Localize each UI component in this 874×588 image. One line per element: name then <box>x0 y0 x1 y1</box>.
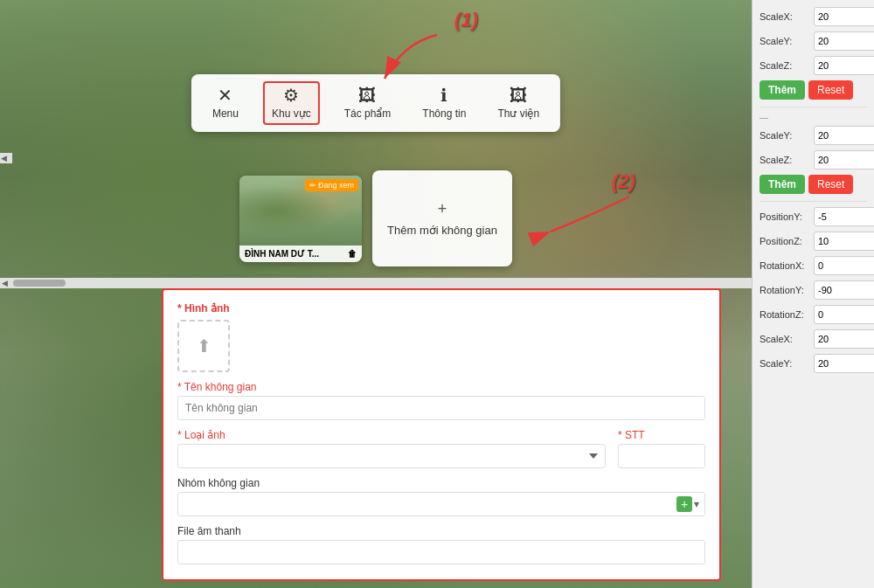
reset-button-1[interactable]: Reset <box>808 80 853 100</box>
scalez-label-2: ScaleZ: <box>760 155 810 165</box>
menu-close-label: Menu <box>212 107 239 120</box>
upload-icon: ⬆ <box>197 336 212 356</box>
scalex-row-3: ScaleX: <box>760 329 867 349</box>
btn-row-1: Thêm Reset <box>760 80 867 100</box>
scrollbar-thumb-2[interactable] <box>13 280 66 287</box>
them-button-1[interactable]: Thêm <box>760 80 805 100</box>
positionz-label: PositionZ: <box>760 236 810 246</box>
space-card-dinh-nam[interactable]: ✏ Đang xem ĐÌNH NAM DƯ T... 🗑 <box>239 176 362 262</box>
menu-khuvuc-button[interactable]: ⚙ Khu vực <box>263 81 320 125</box>
scalex-input-1[interactable] <box>814 7 874 26</box>
file-am-thanh-input[interactable] <box>177 540 705 564</box>
menu-thuvien-button[interactable]: 🖼 Thư viện <box>490 83 546 123</box>
khuvuc-icon: ⚙ <box>283 86 299 104</box>
scaley-row-2: ScaleY: <box>760 126 867 145</box>
thuvien-icon: 🖼 <box>510 86 527 104</box>
form-panel: * Hình ảnh ⬆ * Tên không gian * Loại ảnh… <box>162 288 721 581</box>
nhom-chevron-button[interactable]: ▾ <box>694 498 699 510</box>
rotationz-row: RotationZ: <box>760 305 867 324</box>
scaley-row-3: ScaleY: <box>760 354 867 373</box>
space-card-title-row: ĐÌNH NAM DƯ T... 🗑 <box>239 246 362 262</box>
hscrollbar-2[interactable]: ◀ <box>0 278 752 288</box>
stt-label: * STT <box>618 429 705 441</box>
annotation-1: (1) <box>454 9 478 31</box>
positiony-label: PositionY: <box>760 211 810 222</box>
menu-close-button[interactable]: ✕ Menu <box>205 83 246 123</box>
space-cards-container: ✏ Đang xem ĐÌNH NAM DƯ T... 🗑 + Thêm mới… <box>239 170 512 266</box>
background-area: (1) ◀ ✕ Menu ⚙ Khu vực 🖼 Tác phẩm ℹ Thôn… <box>0 0 752 588</box>
rotationz-label: RotationZ: <box>760 309 810 320</box>
hscrollbar-1[interactable]: ◀ <box>0 153 12 163</box>
scaley-label-2: ScaleY: <box>760 130 810 141</box>
btn-row-2: Thêm Reset <box>760 175 867 194</box>
close-icon: ✕ <box>218 86 232 104</box>
scalex-label-1: ScaleX: <box>760 11 810 22</box>
hinh-anh-label: * Hình ảnh <box>177 302 705 315</box>
menu-thuvien-label: Thư viện <box>497 107 539 120</box>
top-menu-bar: ✕ Menu ⚙ Khu vực 🖼 Tác phẩm ℹ Thông tin … <box>191 74 560 132</box>
thongtin-icon: ℹ <box>440 86 447 104</box>
menu-khuvuc-label: Khu vực <box>272 107 311 120</box>
viewing-label: Đang xem <box>318 181 354 190</box>
scalex-row-1: ScaleX: <box>760 7 867 26</box>
scaley-input-1[interactable] <box>814 31 874 51</box>
scalex-label-3: ScaleX: <box>760 334 810 344</box>
scalez-input-1[interactable] <box>814 56 874 75</box>
rotationy-row: RotationY: <box>760 280 867 300</box>
nhom-input[interactable] <box>184 498 676 510</box>
positiony-input[interactable] <box>814 207 874 226</box>
edit-icon: ✏ <box>309 181 316 190</box>
scalez-input-2[interactable] <box>814 150 874 169</box>
plus-icon: + <box>438 200 447 218</box>
upload-image-button[interactable]: ⬆ <box>177 320 230 372</box>
scaley-row-1: ScaleY: <box>760 31 867 51</box>
rotationz-input[interactable] <box>814 305 874 324</box>
viewing-badge: ✏ Đang xem <box>305 179 358 191</box>
nhom-add-button[interactable]: + <box>676 496 692 512</box>
scaley-input-3[interactable] <box>814 354 874 373</box>
space-card-image: ✏ Đang xem <box>239 176 362 246</box>
rotationx-input[interactable] <box>814 256 874 275</box>
rotationx-label: RotationX: <box>760 260 810 271</box>
positiony-row: PositionY: <box>760 207 867 226</box>
loai-anh-label: * Loại ảnh <box>177 429 606 441</box>
add-new-space-button[interactable]: + Thêm mới không gian <box>372 170 512 266</box>
nhom-khong-gian-label: Nhóm không gian <box>177 477 705 489</box>
menu-tacpham-button[interactable]: 🖼 Tác phẩm <box>337 83 399 123</box>
ten-khong-gian-input[interactable] <box>177 396 705 420</box>
nhom-input-row: + ▾ <box>177 492 705 516</box>
scaley-input-2[interactable] <box>814 126 874 145</box>
space-card-title: ĐÌNH NAM DƯ T... <box>245 249 319 259</box>
delete-icon[interactable]: 🗑 <box>348 249 357 259</box>
scalez-row-1: ScaleZ: <box>760 56 867 75</box>
scalex-input-3[interactable] <box>814 329 874 349</box>
add-space-label: Thêm mới không gian <box>387 224 497 237</box>
them-button-2[interactable]: Thêm <box>760 175 805 194</box>
scaley-label-3: ScaleY: <box>760 358 810 369</box>
annotation-2: (2) <box>612 170 635 193</box>
file-am-thanh-label: File âm thanh <box>177 525 705 537</box>
loai-anh-select[interactable] <box>177 444 606 468</box>
menu-thongtin-label: Thông tin <box>422 107 466 120</box>
loai-stt-row: * Loại ảnh * STT <box>177 429 705 468</box>
rotationy-input[interactable] <box>814 280 874 300</box>
positionz-input[interactable] <box>814 232 874 251</box>
ten-khong-gian-label: * Tên không gian <box>177 381 705 393</box>
stt-col: * STT <box>618 429 705 468</box>
section2-spacer: — <box>760 113 867 122</box>
rotationy-label: RotationY: <box>760 285 810 295</box>
loai-anh-col: * Loại ảnh <box>177 429 606 468</box>
right-panel: ScaleX: ScaleY: ScaleZ: Thêm Reset — Sca… <box>752 0 874 588</box>
positionz-row: PositionZ: <box>760 232 867 251</box>
menu-tacpham-label: Tác phẩm <box>344 107 392 120</box>
tacpham-icon: 🖼 <box>358 86 376 104</box>
divider-1 <box>760 107 867 107</box>
rotationx-row: RotationX: <box>760 256 867 275</box>
scaley-label-1: ScaleY: <box>760 36 810 46</box>
divider-2 <box>760 201 867 202</box>
scalez-row-2: ScaleZ: <box>760 150 867 169</box>
scalez-label-1: ScaleZ: <box>760 60 810 71</box>
menu-thongtin-button[interactable]: ℹ Thông tin <box>415 83 473 123</box>
reset-button-2[interactable]: Reset <box>808 175 853 194</box>
stt-input[interactable] <box>618 444 705 468</box>
